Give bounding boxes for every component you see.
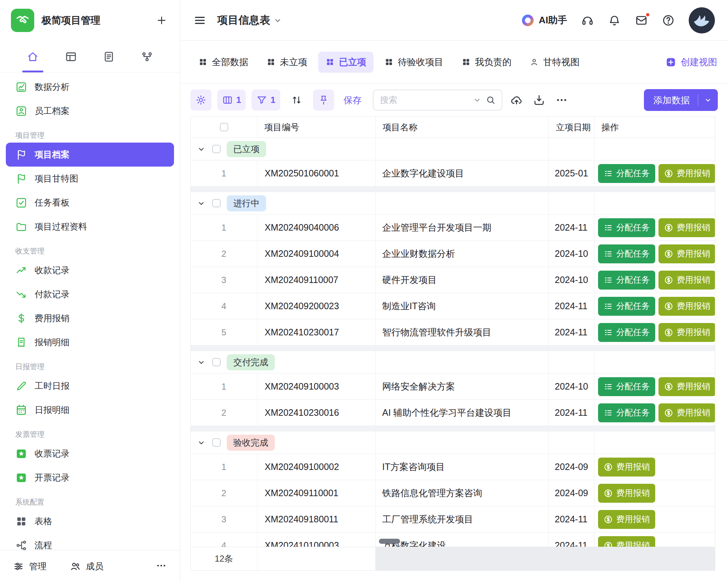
toolbar-cloud-upload-button[interactable] <box>508 92 525 108</box>
expense-task-button[interactable]: 费用报销 <box>598 484 655 503</box>
assign-task-button[interactable]: 分配任务 <box>598 164 655 183</box>
group-header-row: 进行中 <box>191 192 715 215</box>
assign-task-button[interactable]: 分配任务 <box>598 377 655 396</box>
row-actions-cell: 费用报销 <box>594 506 715 532</box>
group-header-row: 已立项 <box>191 138 715 160</box>
expense-task-button[interactable]: 费用报销 <box>658 244 715 263</box>
dollar-circle-icon <box>604 489 613 498</box>
add-data-button[interactable]: 添加数据 <box>644 89 718 111</box>
title-chevron-down-icon[interactable] <box>273 16 282 25</box>
page-title: 项目信息表 <box>217 13 270 28</box>
expense-task-button[interactable]: 费用报销 <box>658 297 715 316</box>
sidebar-tab-document[interactable] <box>99 41 119 72</box>
view-tab[interactable]: 待验收项目 <box>377 52 451 73</box>
sidebar-tab-home[interactable] <box>23 41 43 72</box>
toolbar-pin-button[interactable] <box>313 89 334 111</box>
expense-task-button[interactable]: 费用报销 <box>598 458 655 477</box>
sidebar-item[interactable]: 表格 <box>6 509 174 533</box>
assign-task-button[interactable]: 分配任务 <box>598 403 655 422</box>
topbar-headset-button[interactable] <box>581 14 594 27</box>
sidebar-tab-table[interactable] <box>61 41 81 72</box>
sidebar-footer-button[interactable]: 成员 <box>70 561 103 572</box>
view-tab[interactable]: 我负责的 <box>454 52 519 73</box>
dollar-circle-icon <box>664 408 673 418</box>
assign-button-label: 分配任务 <box>616 168 650 179</box>
topbar-help-button[interactable] <box>662 14 675 27</box>
sidebar-item[interactable]: 报销明细 <box>6 330 174 354</box>
assign-task-button[interactable]: 分配任务 <box>598 297 655 316</box>
sidebar-item[interactable]: 员工档案 <box>6 99 174 123</box>
group-checkbox[interactable] <box>212 438 221 447</box>
sidebar-footer-button[interactable]: 管理 <box>13 561 47 572</box>
sidebar-item[interactable]: 任务看板 <box>6 191 174 215</box>
toolbar-sort-button[interactable] <box>286 89 307 111</box>
group-collapse-chevron-icon[interactable] <box>197 358 206 367</box>
assign-task-button[interactable]: 分配任务 <box>598 271 655 290</box>
sidebar-tab-nodes[interactable] <box>137 41 157 72</box>
project-name-cell: 铁路信息化管理方案咨询 <box>376 480 549 506</box>
sidebar-item-label: 任务看板 <box>35 197 70 208</box>
group-checkbox[interactable] <box>212 199 221 207</box>
add-data-dropdown[interactable] <box>698 89 718 111</box>
group-collapse-chevron-icon[interactable] <box>197 438 206 447</box>
sidebar-item[interactable]: 工时日报 <box>6 374 174 398</box>
toolbar-funnel-count: 1 <box>270 95 275 105</box>
create-view-button[interactable]: 创建视图 <box>665 56 717 68</box>
group-collapse-chevron-icon[interactable] <box>197 144 206 154</box>
group-header-row: 交付完成 <box>191 351 715 374</box>
toolbar-gear-button[interactable] <box>190 89 211 111</box>
sidebar-more-button[interactable] <box>156 560 167 573</box>
sidebar-item[interactable]: 收款记录 <box>6 258 174 282</box>
sidebar-add-button[interactable] <box>154 13 169 28</box>
save-button[interactable]: 保存 <box>340 94 365 106</box>
assign-task-button[interactable]: 分配任务 <box>598 323 655 342</box>
task-tree-icon <box>604 223 613 232</box>
toolbar-download-button[interactable] <box>531 92 547 108</box>
sidebar-item[interactable]: 付款记录 <box>6 282 174 306</box>
expense-task-button[interactable]: 费用报销 <box>658 218 715 237</box>
dollar-circle-icon <box>664 169 673 178</box>
sidebar-item[interactable]: 收票记录 <box>6 442 174 466</box>
sidebar-item[interactable]: 项目过程资料 <box>6 215 174 239</box>
expense-task-button[interactable]: 费用报销 <box>658 403 715 422</box>
expense-task-button[interactable]: 费用报销 <box>598 536 655 547</box>
view-tab[interactable]: 甘特视图 <box>522 52 587 73</box>
topbar-bell-button[interactable] <box>608 14 621 27</box>
topbar-ai-ring-button[interactable]: AI助手 <box>521 14 567 27</box>
search-input[interactable] <box>379 95 469 105</box>
expense-button-label: 费用报销 <box>616 461 650 473</box>
assign-task-button[interactable]: 分配任务 <box>598 244 655 263</box>
sidebar-item[interactable]: 日报明细 <box>6 398 174 422</box>
hamburger-menu-button[interactable] <box>193 14 206 27</box>
sidebar-item[interactable]: 费用报销 <box>6 306 174 330</box>
group-collapse-chevron-icon[interactable] <box>197 199 206 208</box>
expense-task-button[interactable]: 费用报销 <box>658 271 715 290</box>
sidebar-item[interactable]: 项目档案 <box>6 143 174 167</box>
view-tab[interactable]: 全部数据 <box>191 52 256 73</box>
assign-task-button[interactable]: 分配任务 <box>598 218 655 237</box>
group-checkbox[interactable] <box>212 145 221 153</box>
sidebar-item[interactable]: 开票记录 <box>6 466 174 490</box>
user-avatar[interactable] <box>689 7 715 33</box>
expense-task-button[interactable]: 费用报销 <box>658 164 715 183</box>
toolbar-field-config-button[interactable]: 1 <box>217 89 246 111</box>
expense-task-button[interactable]: 费用报销 <box>598 510 655 529</box>
expense-task-button[interactable]: 费用报销 <box>658 323 715 342</box>
avatar-bird-icon <box>689 7 715 33</box>
expense-button-label: 费用报销 <box>677 248 710 259</box>
sidebar-item[interactable]: 项目甘特图 <box>6 167 174 191</box>
toolbar-funnel-button[interactable]: 1 <box>252 89 280 111</box>
toolbar-more-button[interactable] <box>553 92 570 108</box>
topbar-mailbox-button[interactable] <box>635 14 648 27</box>
view-tab[interactable]: 未立项 <box>259 52 314 73</box>
group-empty-cell <box>594 192 715 214</box>
table-footer: 12条 <box>190 547 715 571</box>
view-tab[interactable]: 已立项 <box>318 52 373 73</box>
horizontal-scrollbar-thumb[interactable] <box>379 539 400 544</box>
select-all-checkbox[interactable] <box>220 123 228 131</box>
expense-task-button[interactable]: 费用报销 <box>658 377 715 396</box>
group-checkbox[interactable] <box>212 358 221 366</box>
horizontal-scrollbar-track[interactable] <box>376 547 715 570</box>
sidebar-item[interactable]: 数据分析 <box>6 75 174 99</box>
sidebar-item[interactable]: 流程 <box>6 533 174 550</box>
